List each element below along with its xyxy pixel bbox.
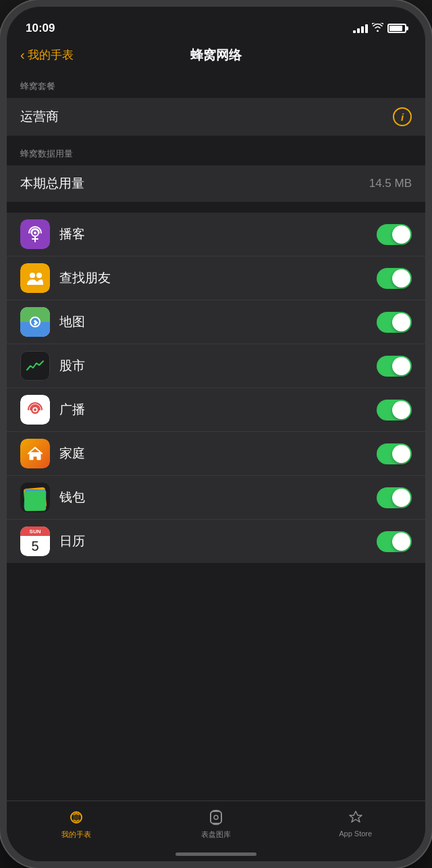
toggle-knob-radio — [392, 401, 410, 419]
app-icon-calendar: SUN 5 — [20, 526, 50, 556]
svg-point-4 — [30, 273, 35, 278]
app-row-home: 家庭 — [7, 432, 425, 476]
app-row-find-friends: 查找朋友 — [7, 256, 425, 300]
app-name-maps: 地图 — [59, 313, 85, 331]
app-list-card: 播客 查找朋友 — [7, 213, 425, 563]
cellular-data-section: 蜂窝数据用量 本期总用量 14.5 MB — [7, 137, 425, 202]
app-name-find-friends: 查找朋友 — [59, 269, 111, 287]
toggle-knob-wallet — [392, 489, 410, 507]
toggle-stocks[interactable] — [377, 356, 412, 377]
app-icon-stocks — [20, 351, 50, 381]
app-icon-podcasts — [20, 219, 50, 249]
svg-point-11 — [214, 815, 218, 819]
svg-rect-10 — [211, 811, 221, 823]
app-row-calendar: SUN 5 日历 — [7, 520, 425, 563]
toggle-knob-calendar — [392, 533, 410, 551]
phone-frame: 10:09 ‹ 我的手表 — [0, 0, 432, 868]
app-left-radio: 广播 — [20, 395, 85, 425]
app-icon-maps — [20, 307, 50, 337]
app-name-calendar: 日历 — [59, 533, 85, 550]
app-left-find-friends: 查找朋友 — [20, 263, 111, 293]
cellular-plan-header: 蜂窝套餐 — [7, 70, 425, 98]
cellular-data-header: 蜂窝数据用量 — [7, 137, 425, 165]
battery-icon — [387, 24, 406, 33]
app-left-calendar: SUN 5 日历 — [20, 526, 85, 556]
app-store-icon — [346, 808, 365, 827]
toggle-radio[interactable] — [377, 400, 412, 421]
home-indicator — [176, 852, 256, 856]
toggle-knob-home — [392, 445, 410, 463]
page-title: 蜂窝网络 — [190, 47, 242, 64]
main-content: 蜂窝套餐 运营商 i 蜂窝数据用量 本期总用量 14.5 MB — [7, 70, 425, 618]
toggle-maps[interactable] — [377, 312, 412, 333]
cellular-plan-section: 蜂窝套餐 运营商 i — [7, 70, 425, 136]
app-list-section: 播客 查找朋友 — [7, 213, 425, 563]
tab-my-watch[interactable]: 我的手表 — [7, 808, 146, 840]
toggle-knob-stocks — [392, 357, 410, 375]
toggle-home[interactable] — [377, 443, 412, 464]
app-row-stocks: 股市 — [7, 344, 425, 388]
tab-watch-faces[interactable]: 表盘图库 — [146, 808, 286, 840]
wifi-icon — [372, 23, 383, 34]
toggle-wallet[interactable] — [377, 487, 412, 508]
app-row-wallet: 钱包 — [7, 476, 425, 520]
signal-icon — [353, 24, 368, 33]
svg-point-5 — [36, 273, 42, 278]
back-arrow-icon: ‹ — [20, 47, 25, 63]
app-left-home: 家庭 — [20, 439, 85, 468]
app-row-maps: 地图 — [7, 300, 425, 344]
app-row-radio: 广播 — [7, 388, 425, 432]
app-name-podcasts: 播客 — [59, 225, 85, 243]
app-icon-home — [20, 439, 50, 468]
toggle-knob-find-friends — [392, 269, 410, 288]
tab-watch-faces-label: 表盘图库 — [201, 830, 231, 840]
app-left-maps: 地图 — [20, 307, 85, 337]
toggle-calendar[interactable] — [377, 531, 412, 552]
carrier-row[interactable]: 运营商 i — [7, 98, 425, 136]
notch — [148, 7, 284, 28]
toggle-knob-maps — [392, 313, 410, 331]
toggle-find-friends[interactable] — [377, 268, 412, 289]
app-name-home: 家庭 — [59, 445, 85, 462]
app-row-podcasts: 播客 — [7, 213, 425, 256]
back-button[interactable]: ‹ 我的手表 — [20, 47, 74, 63]
tab-my-watch-label: 我的手表 — [61, 830, 91, 840]
app-name-radio: 广播 — [59, 401, 85, 418]
total-usage-row: 本期总用量 14.5 MB — [7, 165, 425, 202]
back-label: 我的手表 — [28, 47, 74, 63]
app-icon-wallet — [20, 483, 50, 512]
status-time: 10:09 — [26, 22, 55, 35]
svg-point-7 — [34, 408, 36, 411]
app-name-stocks: 股市 — [59, 357, 85, 375]
my-watch-icon — [67, 808, 86, 827]
app-icon-radio — [20, 395, 50, 425]
app-left-wallet: 钱包 — [20, 483, 85, 512]
toggle-podcasts[interactable] — [377, 224, 412, 245]
total-usage-value: 14.5 MB — [369, 177, 412, 190]
carrier-label: 运营商 — [20, 108, 59, 126]
toggle-knob-podcasts — [392, 225, 410, 244]
app-name-wallet: 钱包 — [59, 489, 85, 506]
tab-app-store[interactable]: App Store — [286, 808, 425, 838]
cellular-plan-card: 运营商 i — [7, 98, 425, 136]
app-icon-find-friends — [20, 263, 50, 293]
status-icons — [353, 23, 406, 34]
nav-bar: ‹ 我的手表 蜂窝网络 — [7, 40, 425, 70]
watch-faces-icon — [207, 808, 225, 827]
tab-app-store-label: App Store — [339, 830, 372, 838]
app-left-podcasts: 播客 — [20, 219, 85, 249]
total-usage-label: 本期总用量 — [20, 175, 84, 192]
info-button[interactable]: i — [393, 107, 412, 126]
app-left-stocks: 股市 — [20, 351, 85, 381]
svg-point-1 — [34, 232, 36, 234]
cellular-data-card: 本期总用量 14.5 MB — [7, 165, 425, 202]
